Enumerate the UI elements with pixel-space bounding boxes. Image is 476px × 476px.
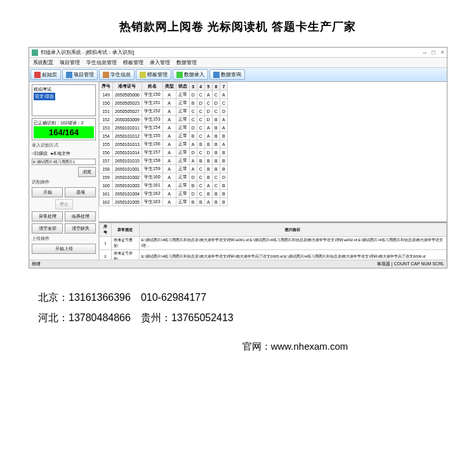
tool-label: 项目管理 <box>74 71 94 78</box>
error-row[interactable]: 1准考证号重复!E:\测试图片\4练习用图片和信息表\南大港中学语文\理科\a0… <box>100 237 447 250</box>
cell: D <box>189 190 197 198</box>
cell: 154 <box>100 132 113 140</box>
maximize-button[interactable]: □ <box>432 49 435 56</box>
cell: A <box>162 157 176 165</box>
err-col-header[interactable]: 图片路径 <box>139 223 446 237</box>
menubar: 系统配置 项目管理 学生信息管理 模板管理 录入管理 数据管理 <box>29 58 447 68</box>
error-row[interactable]: 2准考证号异常!E:\测试图片\4练习用图片和信息表\南大港中学语文\理科\南大… <box>100 250 447 260</box>
radio-local[interactable]: ●本地文件 <box>50 150 70 157</box>
start-button[interactable]: 开始 <box>32 187 63 197</box>
tool-3[interactable]: 模板管理 <box>136 69 171 80</box>
err-cell: 准考证号异常! <box>111 250 139 260</box>
cell: B <box>204 140 212 149</box>
table-row[interactable]: 1512650505027学生152A正常CCDCD <box>100 107 228 116</box>
browse-button[interactable]: 浏览 <box>78 167 96 177</box>
table-row[interactable]: 1502650505023学生151A正常BDCDC <box>100 99 228 107</box>
col-header[interactable]: 7 <box>220 83 227 91</box>
table-row[interactable]: 1592650101002学生160A正常DCBCD <box>100 173 228 182</box>
tool-4[interactable]: 数据录入 <box>173 69 208 80</box>
table-row[interactable]: 1522650303009学生153A正常CCDBA <box>100 116 228 124</box>
data-table-scroll[interactable]: 序号准考证号姓名类型状态345671492650505006学生150A正常DC… <box>99 82 447 221</box>
tree-selected[interactable]: 语文·综合 <box>34 93 55 100</box>
tool-5[interactable]: 数据查询 <box>209 69 245 80</box>
menu-input[interactable]: 录入管理 <box>150 59 170 66</box>
tool-icon <box>103 72 109 78</box>
err-cell: 准考证号重复! <box>111 237 139 250</box>
tool-1[interactable]: 项目管理 <box>62 69 98 80</box>
edge-handle-button[interactable]: 临界处理 <box>65 211 96 221</box>
cell: 149 <box>100 91 113 99</box>
options-button[interactable]: 选项 <box>65 187 96 197</box>
minimize-button[interactable]: – <box>423 49 427 56</box>
col-header[interactable]: 状态 <box>176 83 189 91</box>
table-row[interactable]: 1612650101004学生162A正常DCBBB <box>100 190 228 198</box>
table-row[interactable]: 1492650505006学生150A正常DCACA <box>100 91 228 99</box>
exam-tree[interactable]: 模拟考试 语文·综合 <box>32 84 96 116</box>
cell: B <box>189 132 197 140</box>
menu-system[interactable]: 系统配置 <box>33 59 53 66</box>
error-area[interactable]: 序号异常描述图片路径1准考证号重复!E:\测试图片\4练习用图片和信息表\南大港… <box>99 221 447 260</box>
cell: 正常 <box>176 149 189 157</box>
col-header[interactable]: 类型 <box>162 83 176 91</box>
cell: 正常 <box>176 107 189 116</box>
col-header[interactable]: 6 <box>212 83 220 91</box>
cell: 正常 <box>176 99 189 107</box>
col-header[interactable]: 4 <box>197 83 204 91</box>
cell: C <box>197 149 204 157</box>
cell: A <box>162 132 176 140</box>
col-header[interactable]: 姓名 <box>142 83 162 91</box>
radio-scanner[interactable]: ○扫描仪 <box>32 150 48 157</box>
err-col-header[interactable]: 序号 <box>100 223 112 237</box>
table-row[interactable]: 1542650101012学生155A正常BCABB <box>100 132 228 140</box>
stop-button[interactable]: 停止 <box>55 199 73 209</box>
menu-project[interactable]: 项目管理 <box>60 59 80 66</box>
cell: A <box>189 140 197 149</box>
table-row[interactable]: 1562650101014学生157A正常DCDBB <box>100 149 228 157</box>
cell: B <box>212 140 220 149</box>
cell: 2650101001 <box>113 165 142 173</box>
tool-label: 数据录入 <box>184 71 204 78</box>
cell: B <box>189 99 197 107</box>
col-header[interactable]: 3 <box>189 83 197 91</box>
err-cell: E:\测试图片\4练习用图片和信息表\南大港中学语文\理科\a001.tif;E… <box>139 237 446 250</box>
cell: A <box>204 198 212 206</box>
tree-root[interactable]: 模拟考试 <box>34 86 94 93</box>
toolbar: 起始页项目管理学生信息模板管理数据录入数据查询 <box>29 68 447 82</box>
cell: D <box>220 107 227 116</box>
table-row[interactable]: 1532650101011学生154A正常DCABA <box>100 124 228 132</box>
cell: A <box>162 124 176 132</box>
menu-student[interactable]: 学生信息管理 <box>86 59 117 66</box>
table-row[interactable]: 1572650101015学生158A正常ABBBB <box>100 157 228 165</box>
cell: B <box>212 124 220 132</box>
cell: B <box>204 173 212 182</box>
table-row[interactable]: 1602650101003学生161A正常BCACB <box>100 182 228 190</box>
menu-data[interactable]: 数据管理 <box>176 59 197 66</box>
table-row[interactable]: 1552650101013学生156A正常ABBBA <box>100 140 228 149</box>
path-input[interactable] <box>32 159 96 165</box>
cell: 161 <box>100 190 113 198</box>
col-header[interactable]: 序号 <box>100 83 113 91</box>
err-cell: 1 <box>100 237 112 250</box>
website-line: 官网：www.nhexam.com <box>0 334 476 353</box>
start-upload-button[interactable]: 开始上传 <box>32 244 96 254</box>
cell: 151 <box>100 107 113 116</box>
col-header[interactable]: 准考证号 <box>113 83 142 91</box>
table-row[interactable]: 1582650101001学生159A正常ACBBB <box>100 165 228 173</box>
sidebar: 模拟考试 语文·综合 已正确识别：162错误：2 164/164 录入识别方式 … <box>29 82 99 260</box>
cell: A <box>162 149 176 157</box>
cell: 2650303009 <box>113 116 142 124</box>
cell: B <box>212 132 220 140</box>
cell: C <box>212 91 220 99</box>
app-icon <box>32 50 38 56</box>
menu-template[interactable]: 模板管理 <box>123 59 143 66</box>
error-handle-button[interactable]: 异常处理 <box>32 211 63 221</box>
clear-all-button[interactable]: 清空全部 <box>32 223 63 234</box>
tool-2[interactable]: 学生信息 <box>99 69 135 80</box>
col-header[interactable]: 5 <box>204 83 212 91</box>
close-button[interactable]: × <box>440 49 444 56</box>
tool-icon <box>213 72 220 78</box>
table-row[interactable]: 1622650101005学生163A正常BBABB <box>100 198 228 206</box>
err-col-header[interactable]: 异常描述 <box>111 223 139 237</box>
clear-missing-button[interactable]: 清空缺失 <box>65 223 96 234</box>
tool-0[interactable]: 起始页 <box>30 69 61 80</box>
